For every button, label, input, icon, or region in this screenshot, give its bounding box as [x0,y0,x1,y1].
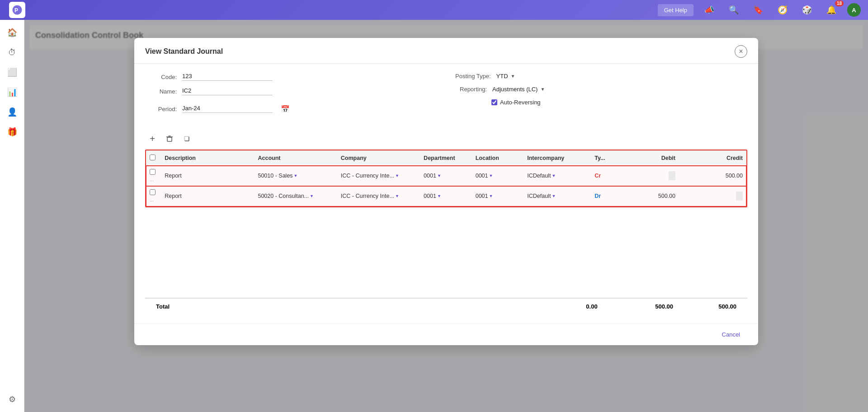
row1-department: 0001 ▼ [420,166,472,186]
form-row-name: Name: IC2 [145,87,437,95]
posting-type-select[interactable]: YTD ▼ [496,73,515,80]
sidebar-icon-chart[interactable]: 📊 [3,83,21,101]
sidebar-icon-grid[interactable]: ⬜ [3,63,21,81]
calendar-icon[interactable]: 📅 [278,102,292,116]
header-checkbox-col [146,151,161,166]
row1-location-value: 0001 [476,173,488,179]
select-all-checkbox[interactable] [150,154,156,160]
modal-footer: Cancel [134,323,758,345]
announcement-icon[interactable]: 📣 [701,3,718,17]
form-row-period: Period: Jan-24 📅 [145,102,437,116]
table-row[interactable]: ... Report 50020 - Consultan... ▼ [146,186,746,206]
row1-location-dropdown-icon[interactable]: ▼ [489,173,493,178]
auto-reversing-checkbox-label[interactable]: Auto-Reversing [491,99,541,106]
header-credit: Credit [679,151,746,166]
total-values: 0.00 500.00 500.00 [574,303,736,310]
total-debit: 500.00 [628,303,673,310]
total-dept: 0.00 [574,303,610,310]
row1-account-dropdown-icon[interactable]: ▼ [294,173,298,178]
sidebar-icon-user[interactable]: 👤 [3,103,21,121]
row2-credit-value [736,192,743,201]
form-row-code: Code: 123 [145,73,437,81]
modal-body: Code: 123 Name: IC2 Period: Jan-24 📅 [134,64,758,323]
row1-dept-value: 0001 [424,173,436,179]
row2-department: 0001 ▼ [420,186,472,206]
sidebar-icon-settings[interactable]: ⚙ [3,390,21,408]
header-type: Ty... [591,151,612,166]
row1-description: Report [161,166,254,186]
copy-row-button[interactable] [179,131,194,146]
svg-text:P: P [14,7,18,14]
svg-rect-2 [167,137,172,141]
row1-credit: 500.00 [679,166,746,186]
form-row-posting-type: Posting Type: YTD ▼ [455,73,747,80]
user-avatar[interactable]: A [847,3,861,17]
search-icon[interactable]: 🔍 [725,3,742,17]
total-label: Total [156,303,170,310]
table-toolbar: + [145,131,747,146]
row2-company-dropdown-icon[interactable]: ▼ [395,194,399,198]
row2-dept-dropdown-icon[interactable]: ▼ [437,194,441,198]
row1-type: Cr [591,166,612,186]
modal-overlay: View Standard Journal × Code: 123 Name: … [24,20,868,412]
modal-close-button[interactable]: × [735,45,747,58]
row2-intercompany-dropdown-icon[interactable]: ▼ [552,194,556,198]
form-left-column: Code: 123 Name: IC2 Period: Jan-24 📅 [145,73,437,122]
row2-account: 50020 - Consultan... ▼ [254,186,337,206]
table-row[interactable]: ... Report 50010 - Sales ▼ [146,166,746,186]
row1-checkbox[interactable] [150,169,156,175]
table-header-row: Description Account Company Department L… [146,151,746,166]
row2-location-value: 0001 [476,193,488,199]
cube-icon[interactable]: 🎲 [798,3,816,17]
row2-location-dropdown-icon[interactable]: ▼ [489,194,493,198]
reporting-select[interactable]: Adjustments (LC) ▼ [492,86,545,93]
get-help-button[interactable]: Get Help [658,4,693,16]
view-standard-journal-modal: View Standard Journal × Code: 123 Name: … [134,38,758,345]
row2-checkbox[interactable] [150,189,156,195]
bookmark-icon[interactable]: 🔖 [750,3,767,17]
row1-location: 0001 ▼ [472,166,524,186]
row2-description: Report [161,186,254,206]
row1-debit [612,166,679,186]
cancel-button[interactable]: Cancel [715,328,747,341]
notification-bell[interactable]: 🔔 18 [823,3,840,17]
table-empty-area [145,207,747,298]
total-row: Total 0.00 500.00 500.00 [145,298,747,314]
compass-icon[interactable]: 🧭 [774,3,791,17]
header-department: Department [420,151,472,166]
header-account: Account [254,151,337,166]
reporting-label: Reporting: [455,86,487,93]
row2-checkbox-cell: ... [146,186,161,206]
left-sidebar: 🏠 ⏱ ⬜ 📊 👤 🎁 ⚙ [0,20,24,412]
sidebar-icon-package[interactable]: 🎁 [3,123,21,141]
sidebar-icon-clock[interactable]: ⏱ [3,43,21,61]
row1-intercompany-dropdown-icon[interactable]: ▼ [552,173,556,178]
header-location: Location [472,151,524,166]
code-label: Code: [145,74,177,80]
row2-company: ICC - Currency Inte... ▼ [337,186,420,206]
row1-company-value: ICC - Currency Inte... [341,173,394,179]
reporting-dropdown-icon: ▼ [540,87,545,92]
posting-type-label: Posting Type: [455,73,491,80]
row1-intercompany: ICDefault ▼ [524,166,591,186]
row2-location: 0001 ▼ [472,186,524,206]
form-grid: Code: 123 Name: IC2 Period: Jan-24 📅 [145,73,747,122]
auto-reversing-label: Auto-Reversing [500,99,541,106]
row1-dept-dropdown-icon[interactable]: ▼ [437,173,441,178]
row2-type: Dr [591,186,612,206]
auto-reversing-checkbox[interactable] [491,99,497,105]
posting-type-value: YTD [496,73,508,80]
row1-intercompany-value: ICDefault [527,173,551,179]
row2-account-dropdown-icon[interactable]: ▼ [310,194,314,198]
row2-dept-value: 0001 [424,193,436,199]
sidebar-icon-home[interactable]: 🏠 [3,23,21,42]
add-row-button[interactable]: + [145,131,160,146]
header-company: Company [337,151,420,166]
delete-row-button[interactable] [162,131,177,146]
row2-credit [679,186,746,206]
total-credit: 500.00 [691,303,736,310]
row1-account: 50010 - Sales ▼ [254,166,337,186]
form-right-column: Posting Type: YTD ▼ Reporting: Adjustmen… [455,73,747,122]
header-description: Description [161,151,254,166]
row1-company-dropdown-icon[interactable]: ▼ [395,173,399,178]
